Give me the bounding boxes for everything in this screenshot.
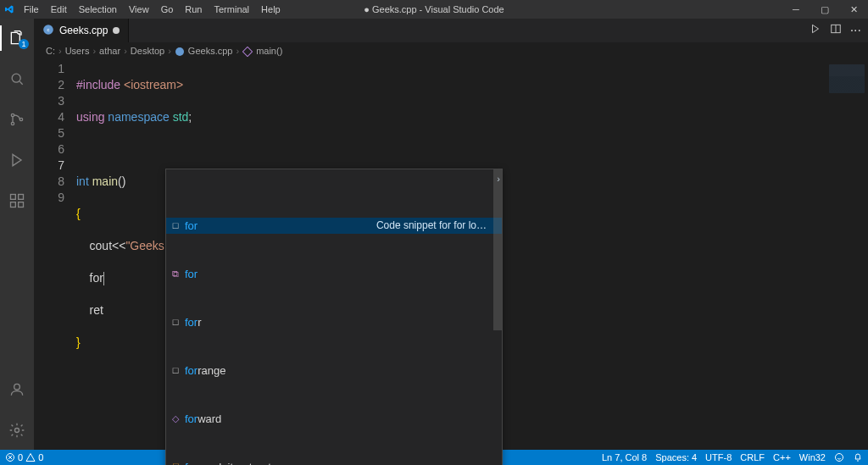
suggest-widget[interactable]: › □ for Code snippet for for lo… ⧉for □f… [165, 169, 503, 465]
minimap[interactable] [821, 59, 868, 450]
status-language[interactable]: C++ [773, 452, 791, 462]
status-problems[interactable]: 0 0 [5, 452, 43, 462]
token: namespace [104, 110, 169, 124]
snippet-icon: □ [170, 314, 181, 330]
svg-rect-7 [19, 202, 24, 208]
svg-point-9 [15, 429, 19, 433]
svg-point-1 [11, 113, 14, 116]
window-controls: ─ ▢ ✕ [782, 0, 868, 19]
menu-terminal[interactable]: Terminal [209, 4, 255, 14]
menu-selection[interactable]: Selection [74, 4, 122, 14]
status-feedback-icon[interactable] [834, 452, 844, 462]
suggest-item[interactable]: □forr [166, 314, 502, 330]
method-icon [242, 45, 253, 56]
status-eol[interactable]: CRLF [740, 452, 765, 462]
svg-point-2 [11, 122, 14, 125]
maximize-button[interactable]: ▢ [810, 0, 839, 19]
menu-view[interactable]: View [124, 4, 154, 14]
breadcrumb[interactable]: C:› Users› athar› Desktop› Geeks.cpp› ma… [34, 42, 868, 59]
token: std [170, 110, 189, 124]
search-icon[interactable] [0, 64, 34, 93]
svg-rect-4 [11, 195, 16, 200]
token: ret [76, 303, 103, 317]
token: () [118, 174, 125, 188]
run-debug-icon[interactable] [0, 146, 34, 174]
activity-bar: 1 [0, 19, 34, 450]
cpp-file-icon: c [42, 24, 54, 38]
svg-rect-6 [11, 202, 16, 208]
token: ; [188, 110, 192, 124]
cpp-file-icon [175, 45, 185, 56]
token: for [76, 271, 103, 285]
line-number: 6 [34, 141, 64, 158]
breadcrumb-seg[interactable]: main() [256, 46, 282, 56]
breadcrumb-seg[interactable]: Users [65, 46, 90, 56]
suggest-hint: Code snippet for for lo… [376, 218, 502, 234]
line-number: 2 [34, 77, 64, 93]
keyword-icon: ⧉ [170, 266, 181, 282]
title-bar: File Edit Selection View Go Run Terminal… [0, 0, 868, 19]
token: { [76, 207, 81, 220]
status-encoding[interactable]: UTF-8 [705, 452, 732, 462]
struct-icon: ⌸ [170, 459, 181, 465]
token: #include [76, 78, 120, 91]
svg-point-13 [175, 47, 184, 56]
menu-bar: File Edit Selection View Go Run Terminal… [19, 4, 286, 14]
minimize-button[interactable]: ─ [782, 0, 810, 19]
code-content[interactable]: #include <iostream> using namespace std;… [76, 59, 868, 450]
snippet-icon: □ [170, 218, 181, 234]
accounts-icon[interactable] [0, 375, 34, 404]
menu-run[interactable]: Run [180, 4, 207, 14]
suggest-match: for [185, 268, 198, 280]
suggest-rest: ward_iterator_tag [198, 461, 283, 465]
menu-edit[interactable]: Edit [46, 4, 72, 14]
status-line-col[interactable]: Ln 7, Col 8 [602, 452, 647, 462]
run-code-icon[interactable] [810, 23, 821, 38]
explorer-badge: 1 [19, 39, 29, 49]
explorer-icon[interactable]: 1 [0, 24, 34, 53]
breadcrumb-seg[interactable]: Desktop [131, 46, 164, 56]
menu-help[interactable]: Help [256, 4, 286, 14]
token: <iostream> [120, 78, 183, 91]
line-number: 1 [34, 61, 64, 77]
token: cout [90, 239, 112, 252]
token: using [76, 110, 104, 124]
suggest-item[interactable]: □forrange [166, 363, 502, 379]
status-errors: 0 [18, 452, 23, 462]
tab-geeks-cpp[interactable]: c Geeks.cpp [34, 19, 129, 42]
app-root: File Edit Selection View Go Run Terminal… [0, 0, 868, 465]
suggest-item[interactable]: □ for Code snippet for for lo… [166, 218, 502, 234]
suggest-item[interactable]: ◇forward [166, 411, 502, 427]
svg-rect-5 [19, 195, 24, 200]
more-actions-icon[interactable]: ··· [850, 23, 861, 38]
body-row: 1 [0, 19, 868, 450]
menu-file[interactable]: File [19, 4, 44, 14]
code-editor[interactable]: 1 2 3 4 5 6 7 8 9 #include <iostream> us… [34, 59, 868, 450]
source-control-icon[interactable] [0, 105, 34, 134]
status-spaces[interactable]: Spaces: 4 [655, 452, 697, 462]
suggest-item[interactable]: ⌸forward_iterator_tag [166, 459, 502, 465]
settings-gear-icon[interactable] [0, 416, 34, 445]
status-platform[interactable]: Win32 [799, 452, 826, 462]
extensions-icon[interactable] [0, 186, 34, 215]
suggest-item[interactable]: ⧉for [166, 266, 502, 282]
breadcrumb-seg[interactable]: C: [46, 46, 55, 56]
breadcrumb-seg[interactable]: Geeks.cpp [188, 46, 233, 56]
suggest-match: for [185, 219, 198, 232]
menu-go[interactable]: Go [156, 4, 179, 14]
suggest-match: for [185, 412, 198, 425]
line-number: 4 [34, 109, 64, 125]
token: int [76, 174, 89, 188]
close-button[interactable]: ✕ [839, 0, 868, 19]
token: << [112, 239, 125, 252]
function-icon: ◇ [170, 411, 181, 427]
svg-rect-14 [242, 47, 252, 56]
svg-point-0 [12, 74, 20, 82]
line-number: 3 [34, 93, 64, 109]
split-editor-icon[interactable] [830, 23, 842, 38]
breadcrumb-seg[interactable]: athar [99, 46, 120, 56]
tab-dirty-indicator [113, 27, 120, 34]
status-bell-icon[interactable] [853, 452, 863, 462]
tab-label: Geeks.cpp [59, 25, 108, 36]
suggest-scrollbar[interactable] [493, 169, 502, 330]
